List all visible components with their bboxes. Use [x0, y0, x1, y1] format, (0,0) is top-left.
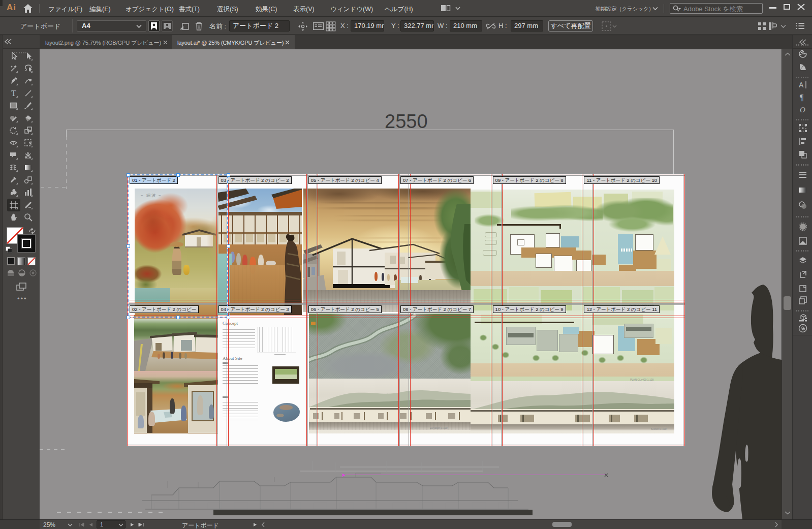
svg-text:T: T [11, 89, 16, 98]
svg-text:¶: ¶ [800, 93, 804, 102]
svg-text:O: O [800, 106, 805, 114]
svg-text:A: A [799, 81, 804, 89]
